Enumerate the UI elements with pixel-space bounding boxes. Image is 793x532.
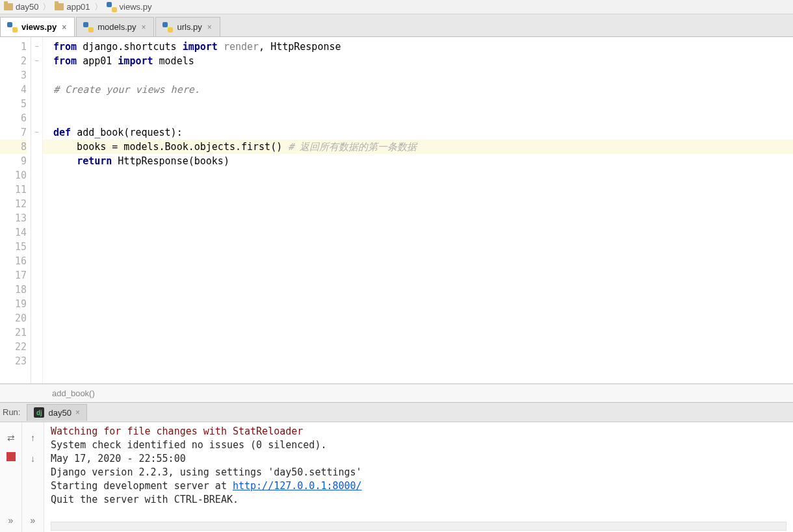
run-config-label: day50 bbox=[48, 408, 71, 418]
more-icon[interactable]: » bbox=[5, 514, 18, 527]
run-config-tab[interactable]: day50 × bbox=[27, 404, 86, 421]
editor-breadcrumb-label: add_book() bbox=[52, 388, 95, 398]
editor-tab-urls[interactable]: urls.py × bbox=[155, 17, 220, 36]
breadcrumb-label: app01 bbox=[66, 2, 90, 12]
tab-label: urls.py bbox=[177, 22, 202, 32]
django-icon bbox=[34, 407, 44, 418]
breadcrumb-item[interactable]: day50 bbox=[3, 2, 40, 12]
close-icon[interactable]: × bbox=[206, 23, 213, 32]
line-number-gutter: 1234567891011121314151617181920212223 bbox=[0, 37, 31, 383]
code-editor[interactable]: 1234567891011121314151617181920212223 −−… bbox=[0, 37, 793, 384]
breadcrumb-label: views.py bbox=[120, 2, 152, 12]
breadcrumb-separator: 〉 bbox=[93, 1, 104, 13]
tab-label: views.py bbox=[21, 22, 57, 32]
editor-tab-views[interactable]: views.py × bbox=[0, 17, 75, 36]
breadcrumb-separator: 〉 bbox=[41, 1, 52, 13]
tab-label: models.py bbox=[98, 22, 136, 32]
run-panel: Run: day50 × ⇄ » ↑ ↓ » Watching for file… bbox=[0, 402, 793, 532]
run-toolbar-left: ⇄ » bbox=[0, 422, 22, 532]
editor-tabs: views.py × models.py × urls.py × bbox=[0, 14, 793, 37]
code-area[interactable]: from django.shortcuts import render, Htt… bbox=[43, 37, 793, 383]
folder-icon bbox=[4, 3, 13, 10]
breadcrumb-item[interactable]: app01 bbox=[53, 2, 91, 12]
run-toolbar-secondary: ↑ ↓ » bbox=[22, 422, 44, 532]
console-output[interactable]: Watching for file changes with StatReloa… bbox=[44, 422, 793, 520]
breadcrumb: day50 〉 app01 〉 views.py bbox=[0, 0, 793, 14]
stop-icon[interactable] bbox=[6, 452, 16, 461]
server-url-link[interactable]: http://127.0.0.1:8000/ bbox=[233, 480, 362, 492]
rerun-icon[interactable]: ⇄ bbox=[5, 431, 18, 444]
horizontal-scrollbar[interactable] bbox=[51, 522, 786, 531]
breadcrumb-label: day50 bbox=[16, 2, 38, 12]
close-icon[interactable]: × bbox=[75, 408, 80, 417]
close-icon[interactable]: × bbox=[60, 23, 68, 32]
run-panel-title: Run: bbox=[0, 407, 27, 417]
more-icon[interactable]: » bbox=[27, 514, 40, 527]
run-panel-header: Run: day50 × bbox=[0, 403, 793, 422]
scroll-down-icon[interactable]: ↓ bbox=[27, 452, 40, 465]
editor-breadcrumb: add_book() bbox=[0, 384, 793, 402]
python-file-icon bbox=[162, 22, 173, 32]
python-file-icon bbox=[83, 22, 94, 32]
breadcrumb-item[interactable]: views.py bbox=[105, 2, 153, 12]
folder-icon bbox=[55, 3, 64, 10]
python-file-icon bbox=[7, 22, 18, 32]
editor-tab-models[interactable]: models.py × bbox=[76, 17, 154, 36]
python-file-icon bbox=[107, 2, 117, 12]
close-icon[interactable]: × bbox=[140, 23, 147, 32]
fold-gutter: −−− bbox=[31, 37, 43, 383]
scroll-up-icon[interactable]: ↑ bbox=[27, 431, 40, 444]
